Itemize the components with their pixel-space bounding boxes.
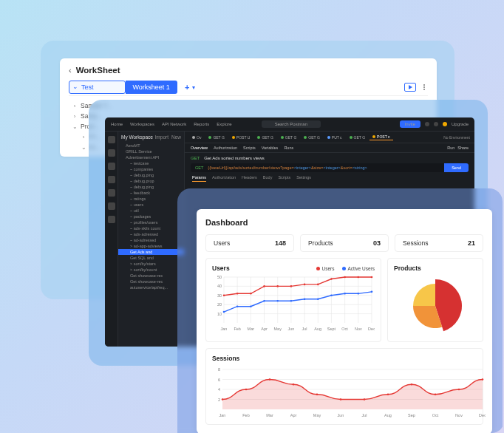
svg-point-87 bbox=[435, 393, 437, 395]
back-icon[interactable]: ‹ bbox=[69, 66, 72, 75]
monitors-icon[interactable] bbox=[108, 189, 115, 197]
reqtab-params[interactable]: Params bbox=[192, 175, 206, 182]
nav-reports[interactable]: Reports bbox=[194, 122, 209, 126]
reqtab-settings[interactable]: Settings bbox=[296, 175, 311, 182]
workspace-label[interactable]: My Workspace New Import bbox=[121, 134, 181, 140]
sidebar-tree-item[interactable]: ~ companies bbox=[121, 166, 181, 172]
svg-point-57 bbox=[371, 291, 373, 293]
request-title: Get Ads sorted numbers views bbox=[204, 156, 264, 160]
nav-workspaces[interactable]: Workspaces bbox=[130, 122, 154, 126]
svg-point-43 bbox=[344, 276, 346, 279]
sidebar-tree-item[interactable]: ~ feedback bbox=[121, 190, 181, 196]
sidebar-tree-item[interactable]: Get showcase-rec bbox=[121, 273, 181, 279]
sidebar-tree-item[interactable]: ~ util bbox=[121, 208, 181, 214]
run-icon[interactable] bbox=[404, 83, 416, 92]
sidebar-tree-item[interactable]: ~ ads-adressed bbox=[121, 231, 181, 237]
sidebar-tree-item[interactable]: autoservice/api/req... bbox=[121, 284, 181, 290]
method-selector[interactable]: GET bbox=[191, 163, 208, 172]
sidebar-tree-item[interactable]: ~ testcase bbox=[121, 160, 181, 166]
request-tabs: Params Authorization Headers Body Script… bbox=[185, 172, 474, 185]
svg-point-41 bbox=[317, 284, 319, 286]
editor-tab[interactable]: GET G bbox=[347, 134, 368, 140]
sidebar-tree-item[interactable]: ~ packages bbox=[121, 214, 181, 219]
sidebar-tree-item[interactable]: GRILL Service bbox=[121, 149, 181, 154]
sidebar-tree-item[interactable]: > ad-app-adviews bbox=[121, 243, 181, 249]
upgrade-button[interactable]: Upgrade bbox=[452, 122, 469, 126]
run-collection-button[interactable]: Run bbox=[447, 146, 454, 150]
collections-icon[interactable] bbox=[108, 136, 115, 143]
editor-tab[interactable]: GET G bbox=[278, 134, 299, 140]
sidebar-tree-item[interactable]: Get Ads and bbox=[118, 249, 184, 255]
svg-point-36 bbox=[250, 293, 252, 295]
subtab-runs[interactable]: Runs bbox=[284, 146, 293, 150]
chart-title: Sessions bbox=[212, 355, 477, 362]
environments-icon[interactable] bbox=[108, 163, 115, 170]
settings-icon[interactable] bbox=[425, 122, 429, 126]
sidebar-tree-item[interactable]: ~ users bbox=[121, 202, 181, 208]
notifications-icon[interactable] bbox=[434, 122, 438, 126]
editor-tab[interactable]: GET G bbox=[205, 134, 227, 140]
sidebar-tree-item[interactable]: ~ profiles/users bbox=[121, 219, 181, 225]
editor-tab[interactable]: POST U bbox=[229, 134, 253, 140]
tab-worksheet-1[interactable]: Worksheet 1 bbox=[126, 81, 177, 94]
environment-selector[interactable]: No Environment bbox=[443, 135, 470, 140]
sidebar-tree-item[interactable]: ~ debug.ping bbox=[121, 184, 181, 190]
nav-api-network[interactable]: API Network bbox=[162, 122, 186, 126]
import-button[interactable]: Import bbox=[155, 134, 168, 140]
apis-icon[interactable] bbox=[108, 149, 115, 157]
invite-button[interactable]: Invite bbox=[400, 120, 420, 128]
sidebar-tree-item[interactable]: AeroMT bbox=[121, 143, 181, 149]
editor-tab[interactable]: PUT c bbox=[324, 134, 345, 140]
tab-test[interactable]: Test bbox=[69, 81, 126, 94]
svg-text:Dec: Dec bbox=[479, 413, 486, 417]
new-button[interactable]: New bbox=[171, 134, 181, 140]
send-button[interactable]: Send bbox=[444, 163, 469, 172]
activity-rail bbox=[105, 132, 118, 347]
reqtab-scripts[interactable]: Scripts bbox=[278, 175, 290, 182]
subtab-auth[interactable]: Authorization bbox=[214, 146, 237, 150]
more-icon[interactable] bbox=[420, 84, 428, 90]
subtab-vars[interactable]: Variables bbox=[262, 146, 279, 150]
sidebar-tree-item[interactable]: ~ ad-adressed bbox=[121, 237, 181, 243]
reqtab-headers[interactable]: Headers bbox=[242, 175, 257, 182]
search-input[interactable]: Search Postman bbox=[262, 120, 321, 128]
worksheet-add-caret-icon[interactable]: ▾ bbox=[192, 84, 195, 91]
subtab-overview[interactable]: Overview bbox=[191, 146, 208, 150]
svg-point-47 bbox=[236, 305, 239, 307]
svg-text:Mar: Mar bbox=[266, 413, 273, 417]
request-method-label: GET bbox=[191, 156, 200, 160]
svg-text:May: May bbox=[313, 413, 321, 417]
flows-icon[interactable] bbox=[108, 202, 115, 210]
sidebar-tree-item[interactable]: Get SQL and bbox=[121, 255, 181, 261]
editor-tab[interactable]: Ov bbox=[189, 134, 204, 140]
nav-home[interactable]: Home bbox=[111, 122, 123, 126]
svg-text:Jan: Jan bbox=[221, 327, 228, 331]
ide-sidebar: My Workspace New Import AeroMTGRILL Serv… bbox=[118, 132, 185, 347]
metric-value: 148 bbox=[275, 239, 286, 247]
svg-point-86 bbox=[411, 383, 413, 386]
sidebar-tree-item[interactable]: Get showcase-rec bbox=[121, 279, 181, 284]
sidebar-tree-item[interactable]: > sort/by/stars bbox=[121, 261, 181, 267]
sidebar-tree-item[interactable]: > sort/by/count bbox=[121, 267, 181, 273]
url-input[interactable]: {{baseUrl}}/api/ads/sorted/number/views?… bbox=[208, 166, 444, 170]
svg-text:Feb: Feb bbox=[242, 413, 249, 417]
editor-tab[interactable]: GET G bbox=[301, 134, 322, 140]
avatar[interactable] bbox=[443, 122, 447, 126]
sidebar-tree-item[interactable]: Advertisement API bbox=[121, 154, 181, 160]
reqtab-auth[interactable]: Authorization bbox=[212, 175, 236, 182]
add-worksheet-icon[interactable]: + bbox=[185, 83, 189, 92]
nav-explore[interactable]: Explore bbox=[217, 122, 231, 126]
sessions-chart-card: Sessions 2468JanFebMarAprMayJunJulAugSep… bbox=[205, 348, 483, 425]
svg-point-81 bbox=[293, 383, 295, 386]
sidebar-tree-item[interactable]: ~ debug.ping bbox=[121, 172, 181, 178]
subtab-scripts[interactable]: Scripts bbox=[243, 146, 256, 150]
mock-icon[interactable] bbox=[108, 176, 115, 183]
history-icon[interactable] bbox=[108, 216, 115, 223]
sidebar-tree-item[interactable]: ~ debug.prop bbox=[121, 178, 181, 184]
editor-tab[interactable]: POST c bbox=[370, 134, 392, 140]
sidebar-tree-item[interactable]: ~ ads-skils count bbox=[121, 225, 181, 231]
share-button[interactable]: Share bbox=[457, 146, 469, 150]
sidebar-tree-item[interactable]: ~ ratings bbox=[121, 196, 181, 202]
reqtab-body[interactable]: Body bbox=[263, 175, 273, 182]
editor-tab[interactable]: GET G bbox=[254, 134, 276, 140]
